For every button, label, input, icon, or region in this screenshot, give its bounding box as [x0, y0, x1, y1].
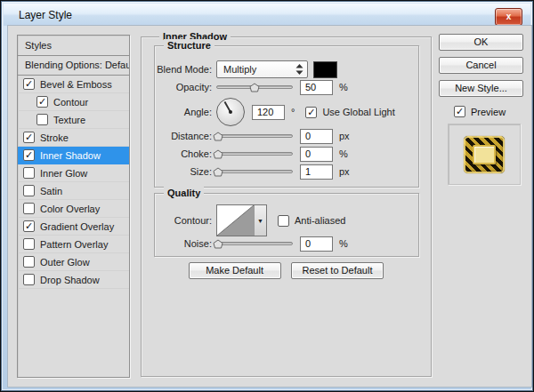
style-enable-checkbox[interactable] [23, 274, 35, 285]
sidebar-item-label: Bevel & Emboss [40, 79, 112, 90]
sidebar-item-label: Inner Glow [40, 168, 87, 179]
noise-slider-track[interactable] [216, 242, 293, 245]
style-enable-checkbox[interactable] [23, 238, 35, 250]
style-enable-checkbox[interactable] [23, 167, 35, 179]
shadow-color-swatch[interactable] [313, 61, 337, 78]
preview-label: Preview [471, 107, 506, 117]
angle-unit: ° [291, 107, 295, 117]
dialog-body: Styles Blending Options: Default ✓Bevel … [7, 25, 532, 388]
sidebar-item-color-overlay[interactable]: Color Overlay [18, 200, 129, 218]
size-slider-thumb[interactable] [213, 167, 223, 177]
defaults-button-row: Make Default Reset to Default [142, 262, 431, 279]
sidebar-item-gradient-overlay[interactable]: ✓Gradient Overlay [18, 218, 129, 236]
contour-thumbnail [217, 205, 254, 236]
noise-row: Noise: 0 % [155, 235, 348, 252]
style-enable-checkbox[interactable] [23, 256, 35, 268]
sidebar-item-bevel-emboss[interactable]: ✓Bevel & Emboss [18, 76, 129, 93]
contour-label: Contour: [155, 215, 212, 226]
style-enable-checkbox[interactable]: ✓ [23, 132, 35, 143]
choke-slider-thumb[interactable] [213, 149, 223, 159]
sidebar-item-blending-options[interactable]: Blending Options: Default [18, 56, 129, 76]
style-enable-checkbox[interactable] [23, 185, 35, 196]
reset-to-default-button[interactable]: Reset to Default [291, 262, 384, 279]
choke-slider-track[interactable] [216, 152, 293, 156]
angle-label: Angle: [155, 107, 212, 117]
size-input[interactable]: 1 [300, 164, 333, 180]
preview-option[interactable]: ✓ Preview [454, 106, 506, 117]
window-title: Layer Style [19, 9, 72, 21]
sidebar-item-label: Satin [40, 186, 62, 196]
sidebar-item-satin[interactable]: Satin [18, 182, 129, 200]
style-enable-checkbox[interactable] [23, 203, 35, 214]
anti-aliased-label: Anti-aliased [295, 215, 345, 226]
noise-input[interactable]: 0 [300, 236, 333, 252]
opacity-row: Opacity: 50 % [155, 78, 348, 96]
styles-list: Styles Blending Options: Default ✓Bevel … [17, 35, 130, 378]
angle-dial[interactable] [216, 98, 245, 126]
size-unit: px [339, 166, 350, 177]
close-button[interactable]: x [495, 8, 522, 26]
sidebar-item-label: Color Overlay [40, 204, 100, 214]
structure-legend: Structure [164, 39, 214, 52]
new-style-button[interactable]: New Style... [439, 80, 523, 97]
make-default-button[interactable]: Make Default [189, 262, 281, 279]
quality-group: Quality Contour: ▼ A [154, 193, 419, 257]
use-global-light-label: Use Global Light [322, 107, 394, 117]
style-enable-checkbox[interactable]: ✓ [23, 149, 35, 161]
distance-row: Distance: 0 px [155, 127, 350, 145]
angle-row: Angle: 120 ° ✓ Use Global Light [155, 98, 395, 126]
contour-dropdown-arrow-icon[interactable]: ▼ [254, 205, 266, 236]
use-global-light-checkbox[interactable]: ✓ [305, 107, 317, 118]
style-preview-thumbnail [464, 136, 505, 173]
size-slider[interactable] [216, 166, 293, 177]
noise-label: Noise: [155, 238, 212, 249]
opacity-slider-thumb[interactable] [249, 83, 260, 92]
sidebar-item-inner-shadow[interactable]: ✓Inner Shadow [18, 147, 129, 164]
sidebar-item-contour[interactable]: ✓Contour [18, 93, 129, 111]
style-enable-checkbox[interactable]: ✓ [36, 96, 48, 108]
sidebar-item-outer-glow[interactable]: Outer Glow [18, 253, 129, 271]
structure-group: Structure Blend Mode: Multiply Opacity: [154, 45, 419, 188]
style-enable-checkbox[interactable]: ✓ [23, 220, 35, 232]
size-slider-track[interactable] [216, 170, 293, 173]
sidebar-item-label: Inner Shadow [40, 150, 101, 161]
styles-list-header: Styles [18, 36, 129, 56]
use-global-light-option[interactable]: ✓ Use Global Light [305, 107, 394, 118]
opacity-slider[interactable] [216, 82, 293, 92]
sidebar-item-drop-shadow[interactable]: Drop Shadow [18, 271, 129, 289]
noise-unit: % [339, 238, 348, 249]
sidebar-item-label: Gradient Overlay [40, 221, 114, 232]
noise-slider-thumb[interactable] [213, 239, 223, 249]
opacity-input[interactable]: 50 [300, 80, 333, 95]
inner-shadow-panel: Inner Shadow Structure Blend Mode: Multi… [141, 36, 432, 377]
distance-slider-track[interactable] [216, 134, 293, 138]
choke-input[interactable]: 0 [300, 147, 333, 162]
distance-slider-thumb[interactable] [213, 132, 223, 141]
sidebar-item-stroke[interactable]: ✓Stroke [18, 129, 129, 147]
choke-slider[interactable] [216, 148, 293, 159]
sidebar-item-label: Texture [53, 115, 85, 125]
anti-aliased-checkbox[interactable] [278, 215, 289, 227]
blend-mode-select[interactable]: Multiply [216, 60, 308, 78]
preview-checkbox[interactable]: ✓ [454, 106, 465, 117]
sidebar-item-pattern-overlay[interactable]: Pattern Overlay [18, 236, 129, 253]
title-bar[interactable]: Layer Style x [4, 4, 530, 26]
cancel-button[interactable]: Cancel [439, 57, 523, 74]
blend-mode-row: Blend Mode: Multiply [155, 60, 337, 78]
distance-label: Distance: [155, 131, 212, 141]
style-enable-checkbox[interactable]: ✓ [23, 78, 35, 90]
distance-input[interactable]: 0 [300, 129, 333, 144]
sidebar-item-inner-glow[interactable]: Inner Glow [18, 164, 129, 182]
style-preview-inner [473, 145, 496, 164]
style-enable-checkbox[interactable] [36, 114, 48, 125]
contour-picker[interactable]: ▼ [216, 204, 267, 236]
choke-unit: % [339, 148, 348, 159]
noise-slider[interactable] [216, 238, 293, 249]
angle-input[interactable]: 120 [252, 105, 285, 120]
sidebar-item-texture[interactable]: Texture [18, 111, 129, 129]
sidebar-item-label: Pattern Overlay [40, 239, 108, 250]
styles-list-items: ✓Bevel & Emboss✓ContourTexture✓Stroke✓In… [18, 76, 129, 289]
ok-button[interactable]: OK [439, 34, 523, 51]
distance-slider[interactable] [216, 131, 293, 141]
anti-aliased-option[interactable]: Anti-aliased [278, 215, 345, 227]
